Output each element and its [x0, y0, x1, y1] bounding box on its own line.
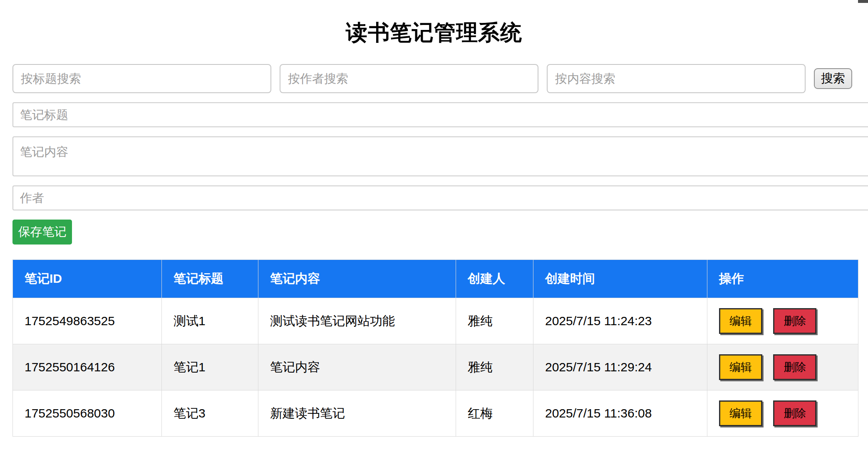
cell-note-title: 笔记1 [162, 344, 258, 390]
page-title: 读书笔记管理系统 [0, 18, 868, 47]
edit-button[interactable]: 编辑 [719, 400, 762, 426]
cell-actions: 编辑 删除 [707, 298, 858, 344]
cell-note-content: 笔记内容 [258, 344, 456, 390]
table-header-row: 笔记ID 笔记标题 笔记内容 创建人 创建时间 操作 [13, 260, 858, 298]
edit-button[interactable]: 编辑 [719, 354, 762, 380]
save-note-button[interactable]: 保存笔记 [12, 220, 72, 245]
cell-note-id: 1752550164126 [13, 344, 162, 390]
search-button[interactable]: 搜索 [814, 68, 852, 89]
header-actions: 操作 [707, 260, 858, 298]
note-title-input[interactable] [12, 102, 868, 127]
delete-button[interactable]: 删除 [773, 354, 816, 380]
cell-note-title: 笔记3 [162, 390, 258, 437]
table-row: 1752549863525 测试1 测试读书笔记网站功能 雅纯 2025/7/1… [13, 298, 858, 344]
header-note-title: 笔记标题 [162, 260, 258, 298]
note-author-input[interactable] [12, 185, 868, 210]
cell-note-content: 新建读书笔记 [258, 390, 456, 437]
cell-created-time: 2025/7/15 11:36:08 [533, 390, 707, 437]
window-corner-fragment [858, 0, 868, 3]
delete-button[interactable]: 删除 [773, 400, 816, 426]
search-bar: 搜索 [12, 64, 868, 93]
cell-note-content: 测试读书笔记网站功能 [258, 298, 456, 344]
cell-note-title: 测试1 [162, 298, 258, 344]
delete-button[interactable]: 删除 [773, 308, 816, 334]
header-creator: 创建人 [456, 260, 533, 298]
table-row: 1752550568030 笔记3 新建读书笔记 红梅 2025/7/15 11… [13, 390, 858, 437]
cell-creator: 雅纯 [456, 298, 533, 344]
search-by-author-input[interactable] [280, 64, 538, 93]
cell-creator: 雅纯 [456, 344, 533, 390]
header-note-content: 笔记内容 [258, 260, 456, 298]
cell-note-id: 1752549863525 [13, 298, 162, 344]
cell-note-id: 1752550568030 [13, 390, 162, 437]
cell-actions: 编辑 删除 [707, 390, 858, 437]
note-form: 保存笔记 [12, 102, 868, 245]
cell-actions: 编辑 删除 [707, 344, 858, 390]
cell-created-time: 2025/7/15 11:29:24 [533, 344, 707, 390]
header-note-id: 笔记ID [13, 260, 162, 298]
edit-button[interactable]: 编辑 [719, 308, 762, 334]
search-by-content-input[interactable] [547, 64, 806, 93]
search-by-title-input[interactable] [12, 64, 271, 93]
cell-creator: 红梅 [456, 390, 533, 437]
note-content-textarea[interactable] [12, 136, 868, 176]
table-row: 1752550164126 笔记1 笔记内容 雅纯 2025/7/15 11:2… [13, 344, 858, 390]
cell-created-time: 2025/7/15 11:24:23 [533, 298, 707, 344]
notes-table: 笔记ID 笔记标题 笔记内容 创建人 创建时间 操作 1752549863525… [12, 259, 858, 437]
header-created-time: 创建时间 [533, 260, 707, 298]
